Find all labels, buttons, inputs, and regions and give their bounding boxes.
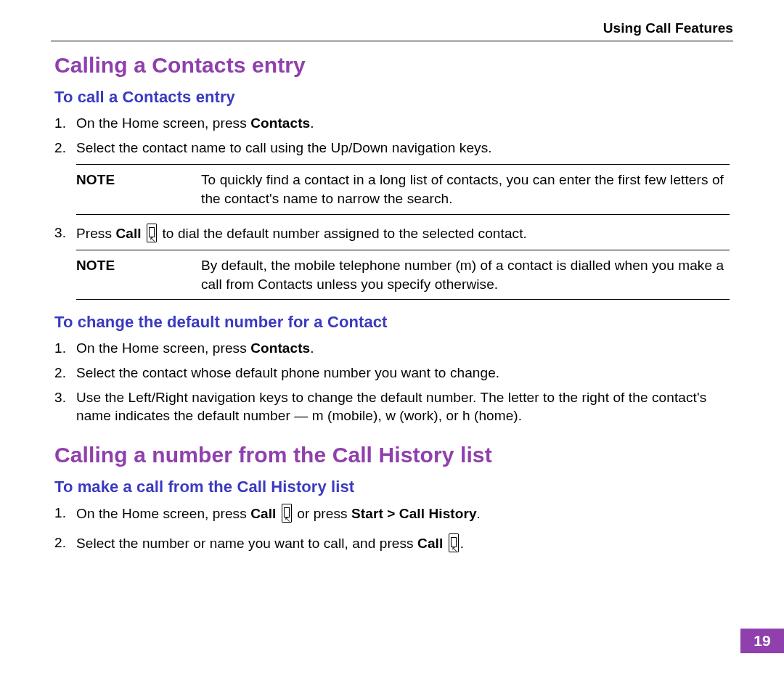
list-item: On the Home screen, press Contacts.	[76, 339, 730, 358]
call-key-icon	[282, 504, 292, 523]
steps-change-default: On the Home screen, press Contacts. Sele…	[76, 339, 730, 425]
subheading-change-default: To change the default number for a Conta…	[54, 313, 730, 332]
note-label: NOTE	[76, 256, 201, 293]
note-block: NOTE By default, the mobile telephone nu…	[76, 250, 730, 300]
list-item: Select the contact name to call using th…	[76, 139, 730, 158]
call-key-icon	[147, 224, 157, 242]
running-head: Using Call Features	[51, 20, 733, 41]
list-item: Select the contact whose default phone n…	[76, 364, 730, 382]
steps-call-contacts-cont: Press Call to dial the default number as…	[76, 224, 730, 243]
note-label: NOTE	[76, 171, 201, 208]
step-text: Press	[76, 226, 115, 241]
list-item: Press Call to dial the default number as…	[76, 224, 730, 243]
list-item: Use the Left/Right navigation keys to ch…	[76, 388, 730, 425]
list-item: On the Home screen, press Call or press …	[76, 504, 730, 523]
ui-label-call: Call	[115, 226, 141, 241]
step-text: On the Home screen, press	[76, 340, 250, 356]
steps-call-history: On the Home screen, press Call or press …	[76, 504, 730, 552]
heading-calling-contacts: Calling a Contacts entry	[54, 53, 730, 78]
subheading-call-contacts: To call a Contacts entry	[54, 88, 730, 107]
step-text: to dial the default number assigned to t…	[162, 226, 526, 241]
step-text: Use the Left/Right navigation keys to ch…	[76, 390, 706, 424]
steps-call-contacts: On the Home screen, press Contacts. Sele…	[76, 114, 730, 157]
list-item: Select the number or name you want to ca…	[76, 533, 730, 553]
step-text: or press	[297, 506, 351, 521]
note-body: By default, the mobile telephone number …	[201, 256, 730, 293]
ui-label-contacts: Contacts	[250, 340, 310, 356]
page-number-badge: 19	[740, 629, 784, 653]
step-text: Select the number or name you want to ca…	[76, 536, 417, 551]
subheading-make-call-history: To make a call from the Call History lis…	[54, 478, 730, 496]
ui-label-start-callhistory: Start > Call History	[351, 506, 477, 521]
heading-call-history: Calling a number from the Call History l…	[54, 443, 730, 467]
ui-label-contacts: Contacts	[250, 115, 310, 131]
list-item: On the Home screen, press Contacts.	[76, 114, 730, 133]
note-body: To quickly find a contact in a long list…	[201, 171, 730, 208]
note-block: NOTE To quickly find a contact in a long…	[76, 164, 730, 214]
ui-label-call: Call	[250, 506, 276, 521]
step-text: On the Home screen, press	[76, 115, 250, 131]
ui-label-call: Call	[417, 536, 443, 551]
step-text: Select the contact name to call using th…	[76, 140, 492, 155]
step-text: On the Home screen, press	[76, 506, 250, 521]
call-key-icon	[449, 533, 459, 552]
step-text: .	[310, 115, 314, 131]
step-text: .	[310, 340, 314, 356]
step-text: Select the contact whose default phone n…	[76, 365, 499, 380]
step-text: .	[477, 506, 481, 521]
step-text: .	[460, 536, 464, 551]
